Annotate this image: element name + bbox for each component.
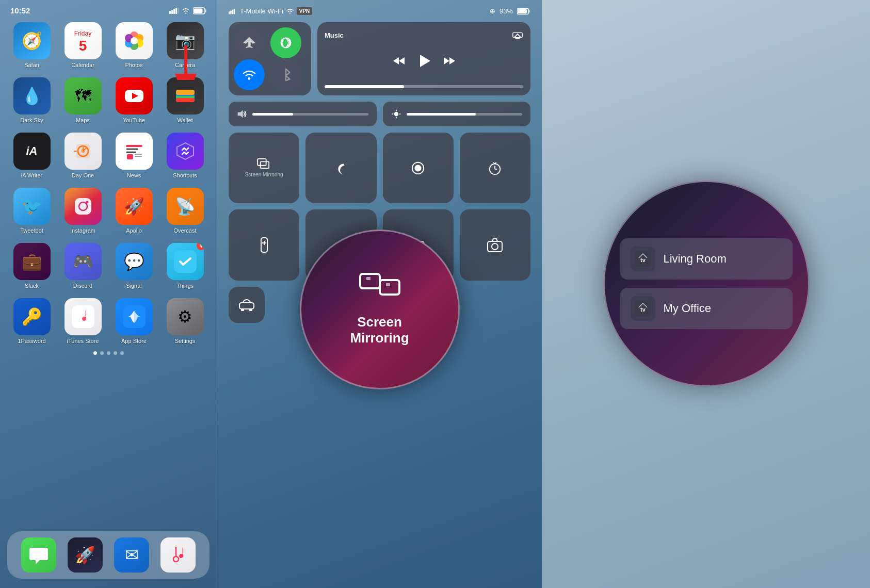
cc-bluetooth-toggle[interactable] [270, 59, 301, 90]
svg-rect-91 [360, 274, 380, 288]
app-apollo[interactable]: 🚀 Apollo [112, 188, 156, 234]
app-dayone[interactable]: Day One [61, 133, 105, 178]
dock-music[interactable] [160, 537, 196, 573]
app-safari[interactable]: 🧭 Safari [10, 22, 54, 68]
svg-point-16 [131, 37, 138, 44]
app-calendar[interactable]: Friday 5 Calendar [61, 22, 105, 68]
page-dot-4 [114, 351, 117, 355]
app-shortcuts[interactable]: Shortcuts [163, 133, 207, 178]
app-itunes[interactable]: iTunes Store [61, 298, 105, 344]
cc-wifi-icon [286, 9, 294, 14]
page-indicator [0, 351, 217, 355]
volume-slider[interactable] [325, 85, 523, 88]
cc-car-play-tile[interactable] [229, 287, 265, 323]
things-icon [174, 250, 197, 273]
svg-point-56 [394, 112, 398, 116]
cc-cellular-toggle[interactable] [270, 27, 301, 58]
app-photos[interactable]: Photos [112, 22, 156, 68]
airplay-living-room[interactable]: tv Living Room [620, 238, 793, 280]
page-dot-5 [120, 351, 124, 355]
record-icon [411, 161, 425, 175]
dock-messages[interactable] [21, 537, 56, 573]
app-signal[interactable]: 💬 Signal [112, 243, 156, 289]
svg-rect-26 [83, 147, 84, 150]
camera-small-icon [487, 238, 503, 252]
play-icon[interactable] [416, 53, 432, 69]
app-settings[interactable]: ⚙ Settings [163, 298, 207, 344]
wifi-toggle-icon [242, 68, 256, 81]
dock-rocket[interactable]: 🚀 [68, 537, 103, 573]
svg-rect-42 [234, 9, 235, 14]
svg-rect-62 [260, 162, 269, 169]
app-darksky[interactable]: 💧 Dark Sky [10, 77, 54, 123]
app-things[interactable]: 4 Things [163, 243, 207, 289]
cc-wifi-toggle[interactable] [234, 59, 265, 90]
appletv-icon-my-office: tv [631, 296, 655, 321]
app-slack[interactable]: 💼 Slack [10, 243, 54, 289]
app-news[interactable]: News [112, 133, 156, 178]
time-display: 10:52 [10, 6, 30, 15]
svg-marker-54 [449, 57, 455, 64]
cc-do-not-disturb-tile[interactable] [305, 133, 376, 203]
airplay-my-office[interactable]: tv My Office [620, 288, 793, 329]
svg-rect-27 [74, 151, 77, 152]
battery-icon [193, 7, 206, 14]
cc-slider-row [229, 102, 530, 126]
app-discord[interactable]: 🎮 Discord [61, 243, 105, 289]
cc-airplane-toggle[interactable] [234, 27, 265, 58]
svg-marker-53 [444, 57, 449, 64]
app-appstore[interactable]: App Store [112, 298, 156, 344]
app-maps[interactable]: 🗺 Maps [61, 77, 105, 123]
app-instagram[interactable]: Instagram [61, 188, 105, 234]
status-bar: 10:52 [0, 0, 217, 17]
control-center-panel: T-Mobile Wi-Fi VPN ⊕ 93% [217, 0, 542, 588]
cc-record-tile[interactable] [383, 133, 454, 203]
wallet-icon [174, 85, 197, 107]
svg-marker-30 [177, 143, 194, 159]
cc-timer-tile[interactable] [460, 133, 530, 203]
rewind-icon[interactable] [392, 54, 406, 68]
svg-point-47 [248, 77, 251, 80]
cc-brightness-control[interactable] [383, 102, 531, 126]
svg-rect-41 [232, 9, 233, 14]
svg-rect-2 [173, 9, 175, 14]
cc-volume-control[interactable] [229, 102, 377, 126]
screen-mirror-small-icon [257, 158, 271, 170]
appletv-logo-my-office: tv [634, 299, 652, 318]
app-1password[interactable]: 🔑 1Password [10, 298, 54, 344]
app-youtube[interactable]: YouTube [112, 77, 156, 123]
cc-remote-tile[interactable] [229, 209, 299, 280]
cc-mirror-label: Screen Mirroring [245, 172, 283, 177]
dock-spark[interactable]: ✉ [114, 537, 149, 573]
airplay-icon[interactable] [512, 29, 523, 41]
cc-bottom-tiles: Screen Mirroring [229, 133, 530, 203]
appletv-icon-living-room: tv [631, 247, 655, 271]
itunes-icon [72, 305, 94, 328]
app-tweetbot[interactable]: 🐦 Tweetbot [10, 188, 54, 234]
iphone-home-screen: 10:52 [0, 0, 217, 588]
svg-marker-50 [393, 57, 399, 64]
cc-screen-mirror-tile[interactable]: Screen Mirroring [229, 133, 299, 203]
app-overcast[interactable]: 📡 Overcast [163, 188, 207, 234]
cc-camera-tile[interactable] [460, 209, 530, 280]
music-controls [325, 53, 523, 69]
svg-rect-39 [229, 11, 230, 14]
cellular-icon [279, 36, 293, 50]
mirror-circle-icon [359, 273, 400, 310]
cc-top-row: Music [229, 22, 530, 95]
news-icon [123, 140, 146, 162]
svg-point-64 [415, 165, 422, 171]
moon-icon [334, 161, 348, 175]
cc-location-icon: ⊕ [490, 7, 495, 15]
svg-rect-78 [239, 303, 254, 309]
fastforward-icon[interactable] [443, 54, 456, 68]
cc-carrier-info: T-Mobile Wi-Fi VPN [229, 7, 312, 15]
cc-right-status: ⊕ 93% [490, 7, 530, 15]
cc-music-widget[interactable]: Music [317, 22, 530, 95]
app-iawriter[interactable]: iA iA Writer [10, 133, 54, 178]
svg-rect-7 [205, 9, 206, 12]
svg-rect-29 [127, 154, 133, 159]
screen-mirroring-overlay[interactable]: ScreenMirroring [300, 230, 460, 389]
svg-rect-3 [175, 8, 177, 14]
svg-rect-35 [72, 305, 94, 328]
